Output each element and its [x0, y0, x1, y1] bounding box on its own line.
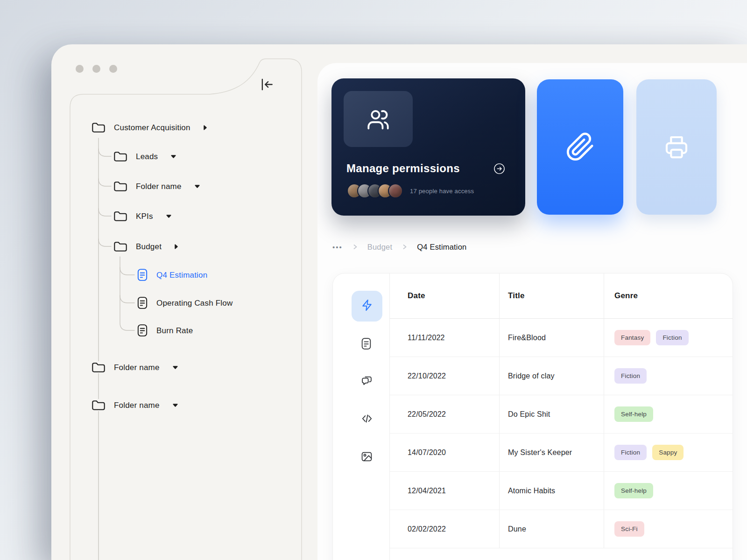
- tree-folder-customer-acquisition[interactable]: Customer Acquisition: [92, 118, 207, 137]
- rail-zap-button[interactable]: [352, 291, 382, 322]
- breadcrumb-item-budget[interactable]: Budget: [367, 243, 393, 252]
- cell-title[interactable]: Do Epic Shit: [499, 395, 604, 434]
- tree-item-label: Folder name: [114, 401, 160, 409]
- tree-folder-folder-name[interactable]: Folder name: [92, 396, 178, 414]
- view-rail: [333, 273, 390, 560]
- collapse-sidebar-button[interactable]: [260, 77, 275, 92]
- file-tree: Customer AcquisitionLeadsFolder nameKPIs…: [70, 93, 303, 560]
- genre-tag-fantasy: Fantasy: [614, 330, 650, 345]
- window-dot[interactable]: [92, 65, 100, 73]
- content-panel: Manage permissions 17 people have access: [317, 63, 747, 560]
- tree-item-label: Folder name: [114, 364, 160, 371]
- rail-code-button[interactable]: [361, 413, 373, 427]
- tree-folder-folder-name[interactable]: Folder name: [113, 177, 200, 196]
- column-header-title: Title: [499, 273, 604, 319]
- data-table: DateTitleGenre11/11/2022Fire&BloodFantas…: [390, 273, 733, 560]
- tree-doc-q4-estimation[interactable]: Q4 Estimation: [137, 266, 207, 284]
- cell-genre[interactable]: Self-help: [604, 472, 733, 510]
- cell-date[interactable]: 22/05/2022: [390, 395, 499, 434]
- cell-title[interactable]: Fire&Blood: [499, 319, 604, 357]
- doc-icon: [137, 268, 148, 281]
- users-icon-tile: [344, 91, 413, 147]
- folder-icon: [113, 150, 127, 162]
- cell-date[interactable]: 02/02/2022: [390, 510, 499, 548]
- column-header-genre: Genre: [604, 273, 733, 319]
- tree-item-label: KPIs: [136, 212, 153, 220]
- doc-icon: [137, 296, 148, 309]
- cell-genre[interactable]: Sci-Fi: [604, 510, 733, 548]
- avatar: [388, 183, 403, 198]
- chevron-down-icon[interactable]: [172, 365, 178, 370]
- chevron-right-icon[interactable]: [174, 244, 178, 250]
- genre-tag-fiction: Fiction: [614, 368, 647, 384]
- rail-image-button[interactable]: [361, 451, 373, 464]
- cell-genre[interactable]: Self-help: [604, 395, 733, 434]
- chevron-down-icon[interactable]: [166, 214, 172, 218]
- print-card[interactable]: [636, 79, 717, 215]
- code-icon: [361, 413, 373, 427]
- window-dot[interactable]: [76, 65, 84, 73]
- cell-genre[interactable]: FictionSappy: [604, 434, 733, 472]
- tree-folder-kpis[interactable]: KPIs: [113, 207, 172, 225]
- folder-icon: [92, 121, 106, 133]
- attachments-card[interactable]: [537, 79, 623, 215]
- cell-date[interactable]: 22/10/2022: [390, 357, 499, 395]
- manage-permissions-card[interactable]: Manage permissions 17 people have access: [331, 78, 525, 216]
- cell-title[interactable]: Bridge of clay: [499, 357, 604, 395]
- arrow-right-circle-icon[interactable]: [493, 163, 505, 175]
- tree-item-label: Burn Rate: [156, 327, 193, 335]
- column-header-date: Date: [390, 273, 499, 319]
- zap-icon: [360, 299, 374, 314]
- chevron-down-icon[interactable]: [194, 184, 200, 189]
- folder-icon: [113, 210, 127, 222]
- cell-genre[interactable]: FantasyFiction: [604, 319, 733, 357]
- rail-chat-button[interactable]: [361, 375, 373, 388]
- cell-title[interactable]: Dune: [499, 510, 604, 548]
- genre-tag-sci-fi: Sci-Fi: [614, 521, 644, 537]
- image-icon: [361, 451, 373, 464]
- tree-doc-burn-rate[interactable]: Burn Rate: [137, 321, 193, 340]
- tree-folder-leads[interactable]: Leads: [113, 147, 176, 166]
- cell-date[interactable]: 14/07/2020: [390, 434, 499, 472]
- genre-tag-self-help: Self-help: [614, 406, 653, 422]
- chevron-down-icon[interactable]: [172, 403, 178, 407]
- cell-title[interactable]: My Sister's Keeper: [499, 434, 604, 472]
- breadcrumb: •••BudgetQ4 Estimation: [332, 238, 467, 256]
- cell-title[interactable]: Atomic Habits: [499, 472, 604, 510]
- folder-icon: [113, 240, 127, 252]
- tree-doc-operating-cash-flow[interactable]: Operating Cash Flow: [137, 294, 233, 312]
- folder-icon: [92, 361, 106, 373]
- window-controls[interactable]: [76, 65, 117, 73]
- cell-date[interactable]: 12/04/2021: [390, 472, 499, 510]
- access-count-text: 17 people have access: [410, 188, 474, 195]
- cell-genre[interactable]: Fiction: [604, 357, 733, 395]
- doc-icon: [137, 324, 148, 337]
- printer-icon: [663, 134, 690, 160]
- document-table-card: DateTitleGenre11/11/2022Fire&BloodFantas…: [332, 273, 733, 560]
- rail-file-button[interactable]: [361, 337, 372, 352]
- window-dot[interactable]: [109, 65, 117, 73]
- cell-date[interactable]: 11/11/2022: [390, 319, 499, 357]
- genre-tag-self-help: Self-help: [614, 483, 653, 498]
- tree-item-label: Q4 Estimation: [156, 271, 207, 279]
- genre-tag-fiction: Fiction: [614, 445, 647, 460]
- chevron-right-icon: [402, 244, 408, 250]
- chevron-right-icon[interactable]: [203, 125, 207, 131]
- desktop: Customer AcquisitionLeadsFolder nameKPIs…: [0, 0, 747, 560]
- tree-folder-folder-name[interactable]: Folder name: [92, 358, 178, 377]
- users-icon: [366, 106, 391, 132]
- breadcrumb-overflow-button[interactable]: •••: [332, 244, 343, 251]
- tree-folder-budget[interactable]: Budget: [113, 237, 178, 256]
- chevron-down-icon[interactable]: [170, 154, 176, 159]
- avatar-stack[interactable]: [347, 183, 403, 198]
- collapse-left-icon: [260, 77, 275, 92]
- tree-item-label: Budget: [136, 243, 162, 251]
- tree-item-label: Operating Cash Flow: [156, 299, 233, 307]
- folder-icon: [113, 180, 127, 192]
- tree-item-label: Leads: [136, 153, 158, 161]
- permissions-card-title: Manage permissions: [346, 162, 460, 175]
- tree-item-label: Folder name: [136, 182, 182, 190]
- paperclip-icon: [565, 132, 595, 162]
- app-window: Customer AcquisitionLeadsFolder nameKPIs…: [51, 44, 747, 560]
- breadcrumb-item-q4-estimation: Q4 Estimation: [417, 243, 466, 252]
